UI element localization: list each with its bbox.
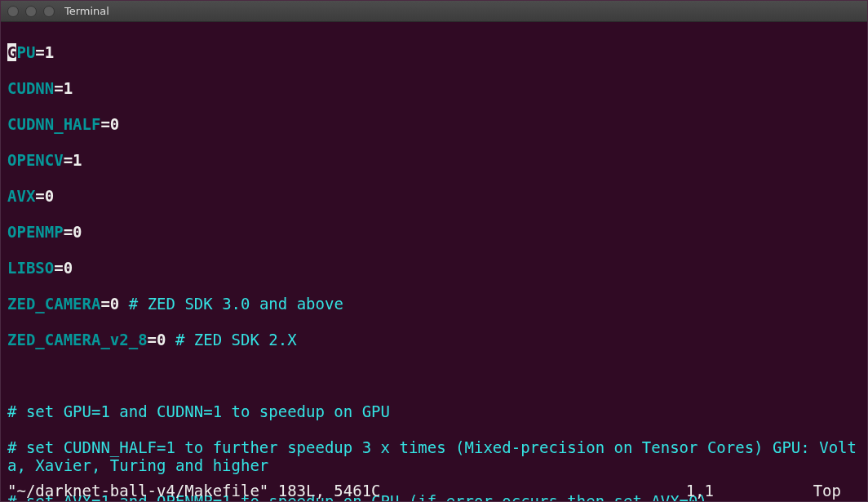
line-openmp: OPENMP=0 — [7, 223, 861, 241]
var-cudnn: CUDNN — [7, 79, 54, 97]
var-gpu: PU — [16, 43, 35, 61]
var-avx: AVX — [7, 187, 35, 205]
status-scroll: Top — [813, 482, 841, 500]
val-opencv: 1 — [73, 151, 82, 169]
val-zed: 0 — [110, 295, 119, 313]
terminal-window: Terminal GPU=1 CUDNN=1 CUDNN_HALF=0 OPEN… — [0, 0, 868, 502]
vim-status-line: "~/darknet-ball-v4/Makefile" 183L, 5461C… — [7, 482, 861, 500]
val-zed28: 0 — [157, 331, 166, 349]
val-avx: 0 — [45, 187, 54, 205]
status-file: "~/darknet-ball-v4/Makefile" 183L, 5461C — [7, 482, 381, 500]
val-cudnn: 1 — [64, 79, 73, 97]
var-libso: LIBSO — [7, 259, 54, 277]
line-cudnn-half: CUDNN_HALF=0 — [7, 115, 861, 133]
minimize-icon[interactable] — [25, 6, 37, 17]
comment-2: # set CUDNN_HALF=1 to further speedup 3 … — [7, 438, 861, 474]
comment-zed: # ZED SDK 3.0 and above — [129, 295, 343, 313]
val-openmp: 0 — [73, 223, 82, 241]
close-icon[interactable] — [7, 6, 19, 17]
comment-zed28: # ZED SDK 2.X — [175, 331, 297, 349]
line-cudnn: CUDNN=1 — [7, 79, 861, 97]
val-gpu: 1 — [45, 43, 54, 61]
var-openmp: OPENMP — [7, 223, 64, 241]
val-cudnn-half: 0 — [110, 115, 119, 133]
line-zed28: ZED_CAMERA_v2_8=0 # ZED SDK 2.X — [7, 331, 861, 349]
blank-1 — [7, 367, 861, 384]
var-cudnn-half: CUDNN_HALF — [7, 115, 100, 133]
line-libso: LIBSO=0 — [7, 259, 861, 277]
var-opencv: OPENCV — [7, 151, 64, 169]
var-zed: ZED_CAMERA — [7, 295, 100, 313]
val-libso: 0 — [64, 259, 73, 277]
titlebar: Terminal — [1, 1, 867, 22]
line-avx: AVX=0 — [7, 187, 861, 205]
line-gpu: GPU=1 — [7, 43, 861, 61]
maximize-icon[interactable] — [43, 6, 55, 17]
status-position: 1,1 — [686, 482, 714, 500]
var-zed28: ZED_CAMERA_v2_8 — [7, 331, 148, 349]
line-opencv: OPENCV=1 — [7, 151, 861, 169]
cursor: G — [7, 43, 16, 61]
line-zed: ZED_CAMERA=0 # ZED SDK 3.0 and above — [7, 295, 861, 313]
window-title: Terminal — [64, 5, 109, 17]
terminal-body[interactable]: GPU=1 CUDNN=1 CUDNN_HALF=0 OPENCV=1 AVX=… — [1, 22, 867, 501]
comment-1: # set GPU=1 and CUDNN=1 to speedup on GP… — [7, 402, 861, 420]
